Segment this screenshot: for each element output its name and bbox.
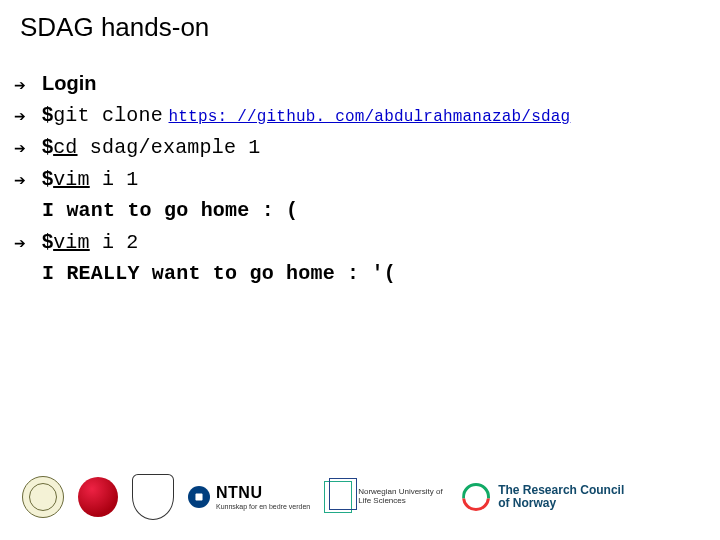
git-command: git clone [53,104,163,127]
git-url-link[interactable]: https: //github. com/abdulrahmanazab/sda… [169,108,571,126]
bullet-vim-1: ➔ $vim i 1 [14,165,704,193]
file-content-1: I want to go home : ( [14,197,704,224]
ntnu-name: NTNU [216,485,310,501]
bullet-git-clone: ➔ $git clone https: //github. com/abdulr… [14,101,704,129]
bullet-icon: ➔ [14,135,42,158]
ntnu-logo: NTNU Kunnskap for en bedre verden [188,485,310,510]
bullet-icon: ➔ [14,72,42,95]
slide-body: ➔ Login ➔ $git clone https: //github. co… [14,70,704,291]
cd-arg: sdag/example 1 [78,136,261,159]
rcn-line2: of Norway [498,497,624,510]
uio-seal-icon [22,476,64,518]
file-content-2: I REALLY want to go home : '( [14,260,704,287]
nmbu-logo: Norwegian University of Life Sciences [324,481,448,513]
bullet-spacer [14,275,42,279]
ntnu-mark-icon [188,486,210,508]
vim1-line: $vim i 1 [42,165,139,193]
bullet-icon: ➔ [14,167,42,190]
cd-command: cd [53,136,77,159]
git-line: $git clone https: //github. com/abdulrah… [42,101,570,129]
vim-command: vim [53,168,90,191]
uib-crest-icon [132,474,174,520]
vim2-arg: i 2 [90,231,139,254]
bullet-icon: ➔ [14,230,42,253]
bullet-cd: ➔ $cd sdag/example 1 [14,133,704,161]
rcn-mark-icon [462,483,490,511]
text-login: Login [42,70,96,97]
rcn-logo: The Research Council of Norway [462,483,624,511]
footer-logos: NTNU Kunnskap for en bedre verden Norweg… [22,474,698,520]
dollar-sign: $ [42,167,53,189]
ntnu-tagline: Kunnskap for en bedre verden [216,503,310,510]
bullet-spacer [14,212,42,216]
content2-text: I REALLY want to go home : '( [42,260,396,287]
nmbu-mark-icon [324,481,352,513]
vim1-arg: i 1 [90,168,139,191]
cd-line: $cd sdag/example 1 [42,133,261,161]
bullet-login: ➔ Login [14,70,704,97]
vim2-line: $vim i 2 [42,228,139,256]
bullet-vim-2: ➔ $vim i 2 [14,228,704,256]
dollar-sign: $ [42,103,53,125]
dollar-sign: $ [42,230,53,252]
slide-title: SDAG hands-on [20,12,209,43]
rcn-name: The Research Council of Norway [498,484,624,510]
dollar-sign: $ [42,135,53,157]
nmbu-name: Norwegian University of Life Sciences [358,488,448,506]
content1-text: I want to go home : ( [42,197,298,224]
ntnu-text: NTNU Kunnskap for en bedre verden [216,485,310,510]
bullet-icon: ➔ [14,103,42,126]
vim-command: vim [53,231,90,254]
uit-logo-icon [78,477,118,517]
